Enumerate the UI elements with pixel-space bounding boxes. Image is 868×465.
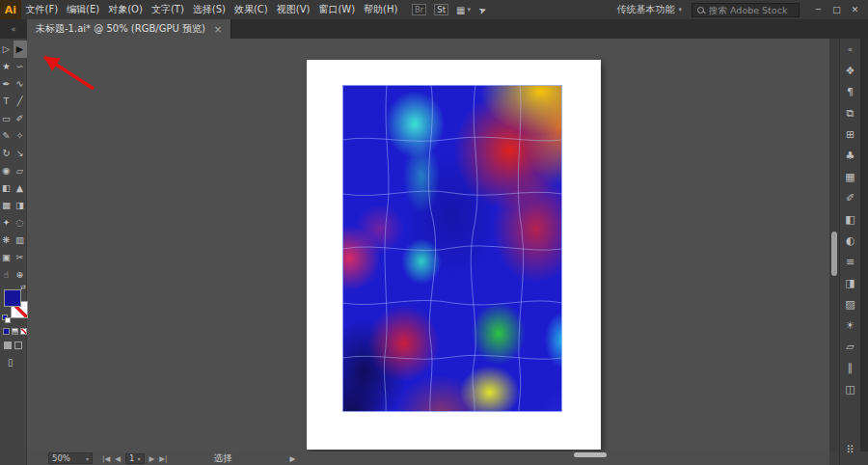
gradient-panel-icon[interactable]: ◨ xyxy=(842,276,859,290)
screen-mode-icon[interactable]: ▯ xyxy=(8,357,14,368)
gradient-tool[interactable]: ◨ xyxy=(14,197,27,214)
zoom-level-dropdown[interactable]: 50% ▾ xyxy=(48,452,93,464)
menu-item-edit[interactable]: 编辑(E) xyxy=(63,0,104,19)
search-input[interactable] xyxy=(709,5,794,15)
previous-artboard-button[interactable]: ◀ xyxy=(115,454,121,463)
close-button[interactable]: ✕ xyxy=(846,0,864,19)
stroke-panel-icon[interactable]: ≡ xyxy=(842,255,859,269)
free-transform-tool[interactable]: ▱ xyxy=(14,162,27,179)
rectangle-tool[interactable]: ▭ xyxy=(0,110,14,127)
draw-normal-icon[interactable] xyxy=(4,342,12,349)
menu-item-help[interactable]: 帮助(H) xyxy=(360,0,402,19)
perspective-grid-tool[interactable]: ▲ xyxy=(14,179,27,197)
hand-tool[interactable]: ☝ xyxy=(0,266,14,284)
first-artboard-button[interactable]: |◀ xyxy=(102,454,110,463)
default-fill-stroke-icon[interactable] xyxy=(2,315,11,323)
bridge-icon[interactable]: Br xyxy=(412,4,426,15)
selection-tool[interactable]: ▶ xyxy=(14,41,27,58)
transform-panel-icon[interactable]: ⊞ xyxy=(842,127,859,142)
color-guide-panel-icon[interactable]: ◐ xyxy=(842,233,859,248)
menu-item-effect[interactable]: 效果(C) xyxy=(230,0,272,19)
type-tool[interactable]: T xyxy=(0,93,14,110)
tab-close-icon[interactable]: × xyxy=(214,24,222,35)
horizontal-scrollbar-thumb[interactable] xyxy=(574,452,607,457)
draw-mode-row xyxy=(4,342,22,349)
width-tool[interactable]: ◉ xyxy=(0,162,14,179)
artboard-tool[interactable]: ▣ xyxy=(0,249,14,266)
column-graph-tool[interactable]: ▥ xyxy=(14,232,27,249)
curvature-tool[interactable]: ∿ xyxy=(14,75,27,93)
tools-panel: ▷ ▶ ★ ∽ ✒ ∿ T ╱ ▭ ✐ ✎ ✧ ↻ ↘ ◉ ▱ ◧ ▲ ▦ ◨ … xyxy=(0,39,27,465)
brushes-panel-icon[interactable]: ✐ xyxy=(842,191,859,205)
minimize-button[interactable]: ─ xyxy=(809,0,827,19)
arrange-documents-icon[interactable]: ▦ ▾ xyxy=(456,5,471,15)
share-icon[interactable]: ➤ xyxy=(476,3,488,15)
workspace-label: 传统基本功能 xyxy=(616,3,674,16)
shaper-tool[interactable]: ✧ xyxy=(14,127,27,145)
arrange-grid-glyph: ▦ xyxy=(456,5,465,15)
align-panel-icon[interactable]: ∥ xyxy=(842,361,859,375)
color-panel-icon[interactable]: ◧ xyxy=(842,212,859,227)
gradient-button[interactable] xyxy=(12,328,18,335)
last-artboard-button[interactable]: ▶| xyxy=(159,454,167,463)
transparency-panel-icon[interactable]: ▨ xyxy=(842,297,859,312)
stock-search-box xyxy=(692,3,800,17)
slice-tool[interactable]: ✂ xyxy=(14,249,27,266)
app-logo[interactable]: Ai xyxy=(0,0,21,19)
vertical-scrollbar-thumb[interactable] xyxy=(831,232,837,276)
vertical-scrollbar[interactable] xyxy=(829,39,839,451)
next-artboard-button[interactable]: ▶ xyxy=(149,454,155,463)
paragraph-panel-icon[interactable]: ¶ xyxy=(842,85,859,99)
document-canvas[interactable] xyxy=(27,39,829,451)
scale-tool[interactable]: ↘ xyxy=(14,145,27,162)
pencil-tool[interactable]: ✎ xyxy=(0,127,14,145)
line-segment-tool[interactable]: ╱ xyxy=(14,93,27,110)
menu-item-object[interactable]: 对象(O) xyxy=(104,0,148,19)
paintbrush-tool[interactable]: ✐ xyxy=(14,110,27,127)
status-bar: 50% ▾ |◀ ◀ 1 ▾ ▶ ▶| 选择 ▶ xyxy=(27,451,829,465)
collapse-tools-icon[interactable]: « xyxy=(0,19,27,39)
artboard[interactable] xyxy=(307,60,601,450)
lasso-tool[interactable]: ∽ xyxy=(14,58,27,75)
zoom-level-value: 50% xyxy=(52,453,70,463)
document-tab[interactable]: 未标题-1.ai* @ 50% (RGB/GPU 预览) × xyxy=(27,19,231,39)
appearance-panel-icon[interactable]: ☀ xyxy=(842,318,859,333)
none-button[interactable] xyxy=(20,328,27,335)
search-icon xyxy=(697,7,704,14)
artboard-number-field[interactable]: 1 ▾ xyxy=(125,453,144,464)
artboards-panel-icon[interactable]: ⧉ xyxy=(842,106,859,121)
magic-wand-tool[interactable]: ★ xyxy=(0,58,14,75)
mesh-tool[interactable]: ▦ xyxy=(0,197,14,214)
fill-color-swatch[interactable] xyxy=(4,289,21,307)
menu-item-select[interactable]: 选择(S) xyxy=(188,0,230,19)
swap-fill-stroke-icon[interactable]: ⇄ xyxy=(20,284,26,291)
stock-icon[interactable]: St xyxy=(434,4,448,15)
shape-builder-tool[interactable]: ◧ xyxy=(0,179,14,197)
rotate-tool[interactable]: ↻ xyxy=(0,145,14,162)
collapse-panels-icon[interactable]: « xyxy=(842,42,859,57)
swatches-panel-icon[interactable]: ▦ xyxy=(842,170,859,184)
blend-tool[interactable]: ◌ xyxy=(14,214,27,232)
graphic-styles-panel-icon[interactable]: ▱ xyxy=(842,340,859,354)
workspace-switcher[interactable]: 传统基本功能 ▾ xyxy=(616,3,682,16)
color-button[interactable] xyxy=(3,328,10,335)
pen-tool[interactable]: ✒ xyxy=(0,75,14,93)
direct-selection-tool[interactable]: ▷ xyxy=(0,41,14,58)
symbols-panel-icon[interactable]: ♣ xyxy=(842,149,859,163)
document-tab-bar: « 未标题-1.ai* @ 50% (RGB/GPU 预览) × xyxy=(0,19,868,39)
symbol-sprayer-tool[interactable]: ❋ xyxy=(0,232,14,249)
navigator-panel-icon[interactable]: ⠿ xyxy=(842,443,859,457)
menu-item-view[interactable]: 视图(V) xyxy=(272,0,314,19)
menu-item-window[interactable]: 窗口(W) xyxy=(314,0,360,19)
eyedropper-tool[interactable]: ✦ xyxy=(0,214,14,232)
menu-item-file[interactable]: 文件(F) xyxy=(21,0,63,19)
status-flyout-icon[interactable]: ▶ xyxy=(290,454,296,463)
zoom-tool[interactable]: ⊕ xyxy=(14,266,27,284)
gradient-mesh-artwork[interactable] xyxy=(342,85,562,412)
menu-item-type[interactable]: 文字(T) xyxy=(147,0,188,19)
tool-grid: ▷ ▶ ★ ∽ ✒ ∿ T ╱ ▭ ✐ ✎ ✧ ↻ ↘ ◉ ▱ ◧ ▲ ▦ ◨ … xyxy=(0,39,26,284)
restore-button[interactable]: □ xyxy=(827,0,846,19)
layers-panel-icon[interactable]: ❖ xyxy=(842,64,859,78)
pathfinder-panel-icon[interactable]: ◫ xyxy=(842,382,859,397)
draw-behind-icon[interactable] xyxy=(14,342,22,349)
